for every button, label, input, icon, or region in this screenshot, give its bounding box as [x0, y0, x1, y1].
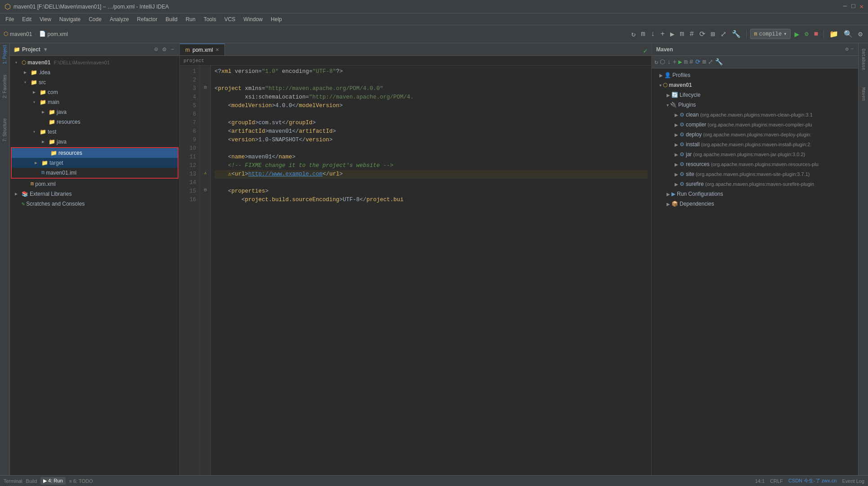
toolbar-search-icon[interactable]: 🔍	[842, 29, 855, 40]
toolbar-sync-icon[interactable]: ↻	[630, 29, 638, 40]
maven-profiles-icon[interactable]: ⬡	[660, 58, 665, 66]
maven-plugin-jar[interactable]: ▶ ⚙ jar (org.apache.maven.plugins:maven-…	[652, 149, 858, 159]
code-content[interactable]: <?xml version="1.0" encoding="UTF-8"?> <…	[211, 66, 651, 475]
build-button[interactable]: ⚙	[803, 29, 810, 39]
maven-plugin-resources[interactable]: ▶ ⚙ resources (org.apache.maven.plugins:…	[652, 159, 858, 169]
maven-item-dependencies[interactable]: ▶ 📦 Dependencies	[652, 199, 858, 209]
toolbar-settings-icon[interactable]: ⚙	[856, 29, 864, 40]
panel-collapse-icon[interactable]: –	[170, 45, 176, 54]
plugin-icon: ⚙	[680, 122, 685, 128]
tree-arrow: ▶	[42, 109, 47, 115]
menu-navigate[interactable]: Navigate	[56, 15, 84, 23]
maven-plugin-compiler[interactable]: ▶ ⚙ compiler (org.apache.maven.plugins:m…	[652, 120, 858, 130]
maven-add-icon[interactable]: +	[673, 58, 676, 66]
tree-item-java-main[interactable]: ▶ 📁 java	[10, 107, 179, 117]
todo-tab[interactable]: ≡ 6: TODO	[69, 478, 93, 484]
tree-item-maven01[interactable]: ▾ ⬡ maven01 F:\DELL\Maven\maven01	[10, 58, 179, 68]
maven-download-icon[interactable]: ↓	[667, 58, 671, 66]
menu-view[interactable]: View	[36, 15, 55, 23]
maven-hash-icon[interactable]: #	[689, 58, 693, 66]
menu-help[interactable]: Help	[267, 15, 286, 23]
minimize-button[interactable]: ─	[843, 3, 847, 10]
maven-plugin-clean[interactable]: ▶ ⚙ clean (org.apache.maven.plugins:mave…	[652, 110, 858, 120]
menu-refactor[interactable]: Refactor	[134, 15, 161, 23]
tree-item-scratches[interactable]: ✎ Scratches and Consoles	[10, 199, 179, 209]
toolbar-wrench-icon[interactable]: 🔧	[730, 29, 743, 40]
maven-settings-icon[interactable]: ⚙	[846, 46, 849, 53]
project-panel-tab[interactable]: 1: Project	[2, 45, 7, 64]
maven-item-profiles[interactable]: ▶ 👤 Profiles	[652, 70, 858, 80]
status-csdn[interactable]: CSDN 今生-了 zwx.cn	[788, 477, 837, 484]
maven-collapse-icon[interactable]: –	[850, 46, 854, 53]
database-panel-tab[interactable]: Database	[861, 49, 866, 70]
menu-tools[interactable]: Tools	[200, 15, 220, 23]
tree-item-main[interactable]: ▾ 📁 main	[10, 97, 179, 107]
menu-analyze[interactable]: Analyze	[106, 15, 133, 23]
tree-item-src[interactable]: ▾ 📁 src	[10, 77, 179, 87]
maven-plugin-install[interactable]: ▶ ⚙ install (org.apache.maven.plugins:ma…	[652, 140, 858, 149]
close-button[interactable]: ✕	[860, 3, 864, 10]
toolbar-add-icon[interactable]: +	[659, 29, 667, 39]
maven-plugin-surefire[interactable]: ▶ ⚙ surefire (org.apache.maven.plugins:m…	[652, 179, 858, 189]
maven-item-maven01[interactable]: ▾ ⬡ maven01	[652, 80, 858, 90]
compile-dropdown[interactable]: m compile ▾	[750, 29, 791, 39]
menu-code[interactable]: Code	[85, 15, 105, 23]
toolbar-m-icon[interactable]: m	[678, 29, 686, 39]
tree-item-idea[interactable]: ▶ 📁 .idea	[10, 68, 179, 77]
menu-run[interactable]: Run	[182, 15, 199, 23]
tree-item-com[interactable]: ▶ 📁 com	[10, 87, 179, 97]
tab-pom-xml[interactable]: m pom.xml ✕	[180, 44, 225, 55]
tree-item-resources-main[interactable]: 📁 resources	[10, 117, 179, 127]
build-tab[interactable]: Build	[26, 478, 37, 484]
maven-item-run-configs[interactable]: ▶ ▶ Run Configurations	[652, 189, 858, 199]
maven-plugin-site[interactable]: ▶ ⚙ site (org.apache.maven.plugins:maven…	[652, 169, 858, 179]
locate-icon[interactable]: ⊙	[153, 45, 159, 54]
toolbar-maven-icon[interactable]: m	[639, 29, 647, 39]
toolbar-folder-icon[interactable]: 📁	[828, 29, 840, 40]
tree-item-resources-test[interactable]: 📁 resources	[12, 148, 178, 158]
menu-edit[interactable]: Edit	[18, 15, 35, 23]
run-tab[interactable]: ▶ 4: Run	[40, 477, 65, 485]
panel-dropdown-icon[interactable]: ▾	[44, 46, 47, 53]
maven-item-plugins[interactable]: ▾ 🔌 Plugins	[652, 100, 858, 110]
toolbar-columns-icon[interactable]: ⊞	[709, 29, 717, 40]
breadcrumb-pomxml[interactable]: pom.xml	[48, 31, 68, 37]
maven-item-lifecycle[interactable]: ▶ 🔄 Lifecycle	[652, 90, 858, 100]
terminal-tab[interactable]: Terminal	[4, 478, 22, 484]
run-button[interactable]: ▶	[792, 28, 801, 40]
tree-item-external-libs[interactable]: ▶ 📚 External Libraries	[10, 189, 179, 199]
tab-close-button[interactable]: ✕	[215, 47, 219, 52]
menu-window[interactable]: Window	[240, 15, 266, 23]
tree-item-test[interactable]: ▾ 📁 test	[10, 127, 179, 137]
toolbar-refresh-icon[interactable]: ⟳	[698, 29, 707, 40]
breadcrumb-maven01[interactable]: maven01	[10, 31, 32, 37]
maven-wrench-icon[interactable]: 🔧	[715, 58, 723, 66]
tree-item-java-test[interactable]: ▶ 📁 java	[10, 137, 179, 147]
structure-panel-tab[interactable]: 7: Structure	[2, 118, 7, 142]
favorites-panel-tab[interactable]: 2: Favorites	[2, 75, 7, 98]
maven-expand2-icon[interactable]: ⤢	[708, 58, 713, 66]
menu-file[interactable]: File	[2, 15, 18, 23]
menu-build[interactable]: Build	[162, 15, 181, 23]
maximize-button[interactable]: □	[851, 3, 855, 10]
toolbar-play-icon[interactable]: ▶	[668, 29, 676, 40]
maven-plugin-deploy[interactable]: ▶ ⚙ deploy (org.apache.maven.plugins:mav…	[652, 130, 858, 140]
toolbar-expand-icon[interactable]: ⤢	[719, 29, 728, 40]
stop-button[interactable]: ■	[812, 29, 820, 39]
event-log-link[interactable]: Event Log	[842, 478, 864, 484]
tree-item-pom-xml[interactable]: m pom.xml	[10, 179, 179, 189]
code-line-3: <project xmlns="http://maven.apache.org/…	[215, 85, 648, 93]
panel-settings-icon[interactable]: ⚙	[161, 45, 167, 54]
tree-item-maven01-iml[interactable]: m maven01.iml	[12, 168, 178, 178]
maven-collapse2-icon[interactable]: ⊞	[702, 58, 706, 66]
maven-run-icon[interactable]: ▶	[678, 58, 682, 66]
maven-m-icon[interactable]: m	[684, 58, 688, 66]
toolbar-download-icon[interactable]: ↓	[649, 29, 657, 39]
maven-refresh-icon[interactable]: ↻	[654, 58, 658, 66]
toolbar-hash-icon[interactable]: #	[688, 29, 696, 39]
menu-vcs[interactable]: VCS	[221, 15, 239, 23]
maven-panel-tab[interactable]: Maven	[861, 87, 866, 101]
maven-sync-icon[interactable]: ⟳	[695, 58, 701, 66]
editor-gutter: ⊟ ⚠ ⊟	[200, 66, 211, 475]
tree-item-target[interactable]: ▶ 📁 target	[12, 158, 178, 168]
